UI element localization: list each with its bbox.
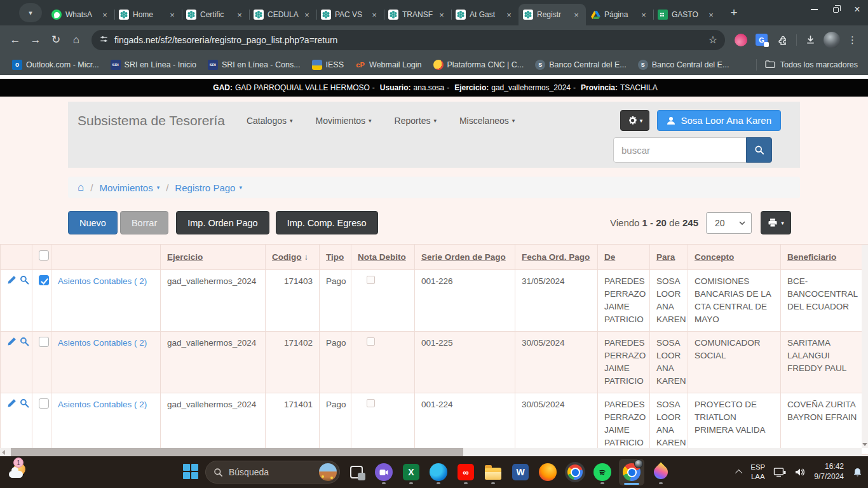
- address-bar[interactable]: fingads.net/sf2/tesoreria/registro_pago_…: [92, 30, 725, 50]
- chrome-active-button[interactable]: [619, 459, 644, 485]
- user-button[interactable]: Sosa Loor Ana Karen: [657, 110, 781, 131]
- notification-bell-icon[interactable]: [852, 467, 863, 478]
- restore-button[interactable]: [825, 0, 846, 19]
- view-magnifier-icon[interactable]: [20, 398, 29, 412]
- settings-gear-button[interactable]: ▾: [620, 110, 649, 131]
- start-button[interactable]: [183, 464, 200, 480]
- edit-pencil-icon[interactable]: [7, 398, 17, 412]
- extensions-puzzle-icon[interactable]: [772, 30, 793, 50]
- tray-clock[interactable]: 16:429/7/2024: [814, 462, 844, 482]
- bookmark-outlook[interactable]: oOutlook.com - Micr...: [6, 60, 105, 70]
- row-checkbox[interactable]: [39, 398, 49, 409]
- tab-home[interactable]: Home×: [114, 4, 182, 25]
- horizontal-scrollbar[interactable]: [0, 448, 862, 456]
- browser-menu-kebab[interactable]: ⋮: [842, 30, 863, 50]
- row-checkbox[interactable]: [39, 275, 49, 285]
- tab-cedula[interactable]: CEDULA×: [249, 4, 316, 25]
- asientos-contables-link[interactable]: Asientos Contables ( 2): [58, 400, 147, 409]
- col-tipo[interactable]: Tipo: [320, 245, 351, 270]
- vertical-scrollbar[interactable]: [862, 245, 868, 448]
- back-button[interactable]: ←: [5, 30, 25, 50]
- bookmark-sri-inicio[interactable]: SRISRI en Línea - Inicio: [105, 60, 202, 70]
- search-input[interactable]: [613, 137, 747, 163]
- nota-debito-checkbox[interactable]: [367, 276, 375, 284]
- breadcrumb-movimientos[interactable]: Movimientos▾: [99, 182, 159, 193]
- view-magnifier-icon[interactable]: [20, 337, 29, 350]
- tab-whatsapp[interactable]: WhatsA×: [47, 4, 114, 25]
- tray-expand-caret[interactable]: [735, 470, 742, 477]
- select-all-checkbox[interactable]: [39, 250, 49, 261]
- close-tab-icon[interactable]: ×: [302, 10, 312, 20]
- all-bookmarks[interactable]: Todos los marcadores: [753, 59, 862, 71]
- col-codigo[interactable]: Codigo↓: [266, 245, 320, 270]
- asientos-contables-link[interactable]: Asientos Contables ( 2): [58, 276, 147, 286]
- col-para[interactable]: Para: [650, 245, 688, 270]
- minimize-button[interactable]: [803, 0, 825, 19]
- page-size-select[interactable]: 20: [706, 212, 752, 234]
- tab-search-button[interactable]: ▾: [19, 3, 42, 22]
- forward-button[interactable]: →: [25, 30, 46, 50]
- rainmeter-drop-button[interactable]: [650, 459, 672, 485]
- menu-catalogos[interactable]: Catalogos▾: [247, 116, 293, 126]
- imp-comp-egreso-button[interactable]: Imp. Comp. Egreso: [276, 211, 378, 234]
- col-concepto[interactable]: Concepto: [688, 245, 781, 270]
- translate-icon[interactable]: G: [751, 30, 772, 50]
- display-cast-icon[interactable]: [773, 467, 786, 478]
- spotify-button[interactable]: [592, 459, 613, 485]
- new-tab-button[interactable]: +: [724, 3, 743, 22]
- home-icon[interactable]: ⌂: [78, 181, 84, 194]
- downloads-icon[interactable]: [800, 30, 821, 50]
- imp-orden-pago-button[interactable]: Imp. Orden Pago: [176, 211, 269, 234]
- task-view-button[interactable]: [346, 459, 367, 485]
- tab-pac[interactable]: PAC VS×: [316, 4, 384, 25]
- view-magnifier-icon[interactable]: [20, 275, 29, 288]
- video-app-button[interactable]: [373, 459, 395, 485]
- tab-transferencias[interactable]: TRANSF×: [384, 4, 451, 25]
- col-de[interactable]: De: [598, 245, 650, 270]
- close-tab-icon[interactable]: ×: [234, 10, 245, 20]
- extension-pink-icon[interactable]: [730, 30, 751, 50]
- menu-movimientos[interactable]: Movimientos▾: [315, 116, 371, 126]
- tab-pagina-drive[interactable]: Página×: [586, 4, 653, 25]
- reload-button[interactable]: ↻: [46, 30, 66, 50]
- close-tab-icon[interactable]: ×: [369, 10, 379, 20]
- word-button[interactable]: W: [510, 459, 531, 485]
- firefox-button[interactable]: [537, 459, 559, 485]
- col-ejercicio[interactable]: Ejercicio: [161, 245, 266, 270]
- menu-reportes[interactable]: Reportes▾: [395, 116, 437, 126]
- weather-widget[interactable]: 1: [8, 461, 29, 482]
- excel-button[interactable]: X: [400, 459, 422, 485]
- edit-pencil-icon[interactable]: [7, 275, 17, 288]
- breadcrumb-registro-pago[interactable]: Registro Pago▾: [175, 182, 242, 193]
- close-tab-icon[interactable]: ×: [167, 10, 177, 20]
- acrobat-button[interactable]: ∞: [455, 459, 477, 485]
- bookmark-bce-2[interactable]: SBanco Central del E...: [632, 60, 735, 70]
- close-tab-icon[interactable]: ×: [706, 10, 716, 20]
- close-tab-icon[interactable]: ×: [504, 10, 514, 20]
- home-button[interactable]: ⌂: [66, 30, 86, 50]
- volume-icon[interactable]: [794, 467, 806, 477]
- nota-debito-checkbox[interactable]: [367, 399, 375, 407]
- col-fecha-ord[interactable]: Fecha Ord. Pago: [515, 245, 598, 270]
- print-button[interactable]: ▾: [761, 211, 791, 234]
- tab-certificado[interactable]: Certific×: [182, 4, 249, 25]
- edge-button[interactable]: [428, 459, 449, 485]
- tab-gastos-sheet[interactable]: GASTO×: [653, 4, 721, 25]
- bookmark-iess[interactable]: IESS: [306, 60, 350, 70]
- col-serie-orden[interactable]: Serie Orden de Pago: [415, 245, 515, 270]
- scroll-down-arrow[interactable]: [862, 443, 867, 446]
- chrome-secondary-button[interactable]: [564, 459, 586, 485]
- bookmark-cnc[interactable]: Plataforma CNC | C...: [428, 60, 530, 70]
- close-tab-icon[interactable]: ×: [639, 10, 649, 20]
- col-nota-debito[interactable]: Nota Debito: [351, 245, 415, 270]
- edit-pencil-icon[interactable]: [7, 337, 17, 350]
- taskbar-search[interactable]: Búsqueda: [205, 461, 340, 484]
- tab-registro-active[interactable]: Registr×: [519, 4, 586, 25]
- menu-miscelaneos[interactable]: Miscelaneos▾: [459, 116, 515, 126]
- language-indicator[interactable]: ESPLAA: [750, 463, 765, 482]
- close-tab-icon[interactable]: ×: [437, 10, 447, 20]
- profile-avatar[interactable]: [821, 30, 842, 50]
- nuevo-button[interactable]: Nuevo: [68, 211, 118, 234]
- search-submit-button[interactable]: [746, 137, 772, 163]
- close-tab-icon[interactable]: ×: [100, 10, 110, 20]
